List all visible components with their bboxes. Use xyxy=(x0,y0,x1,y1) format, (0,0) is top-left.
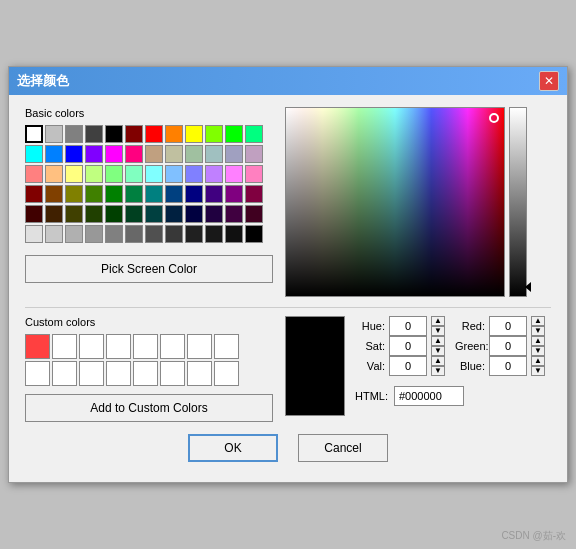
basic-color-cell[interactable] xyxy=(105,185,123,203)
basic-color-cell[interactable] xyxy=(125,225,143,243)
basic-color-cell[interactable] xyxy=(25,125,43,143)
pick-screen-color-button[interactable]: Pick Screen Color xyxy=(25,255,273,283)
basic-color-cell[interactable] xyxy=(225,185,243,203)
basic-color-cell[interactable] xyxy=(125,145,143,163)
val-input[interactable] xyxy=(389,356,427,376)
basic-color-cell[interactable] xyxy=(205,205,223,223)
basic-color-cell[interactable] xyxy=(105,225,123,243)
basic-color-cell[interactable] xyxy=(205,165,223,183)
basic-color-cell[interactable] xyxy=(165,165,183,183)
basic-color-cell[interactable] xyxy=(85,185,103,203)
hue-up[interactable]: ▲ xyxy=(431,316,445,326)
basic-color-cell[interactable] xyxy=(245,145,263,163)
blue-input[interactable] xyxy=(489,356,527,376)
sat-down[interactable]: ▼ xyxy=(431,346,445,356)
basic-color-cell[interactable] xyxy=(185,165,203,183)
basic-color-cell[interactable] xyxy=(85,165,103,183)
sat-input[interactable] xyxy=(389,336,427,356)
custom-color-cell[interactable] xyxy=(187,361,212,386)
basic-color-cell[interactable] xyxy=(45,185,63,203)
custom-color-cell[interactable] xyxy=(214,334,239,359)
basic-color-cell[interactable] xyxy=(225,125,243,143)
basic-color-cell[interactable] xyxy=(245,165,263,183)
basic-color-cell[interactable] xyxy=(165,205,183,223)
basic-color-cell[interactable] xyxy=(85,145,103,163)
add-custom-colors-button[interactable]: Add to Custom Colors xyxy=(25,394,273,422)
custom-color-cell[interactable] xyxy=(214,361,239,386)
green-down[interactable]: ▼ xyxy=(531,346,545,356)
green-up[interactable]: ▲ xyxy=(531,336,545,346)
close-button[interactable]: ✕ xyxy=(539,71,559,91)
red-input[interactable] xyxy=(489,316,527,336)
basic-color-cell[interactable] xyxy=(125,185,143,203)
basic-color-cell[interactable] xyxy=(225,205,243,223)
html-input[interactable] xyxy=(394,386,464,406)
custom-color-cell[interactable] xyxy=(106,334,131,359)
blue-up[interactable]: ▲ xyxy=(531,356,545,366)
basic-color-cell[interactable] xyxy=(205,145,223,163)
basic-color-cell[interactable] xyxy=(145,185,163,203)
custom-color-cell[interactable] xyxy=(52,361,77,386)
basic-color-cell[interactable] xyxy=(165,125,183,143)
green-input[interactable] xyxy=(489,336,527,356)
basic-color-cell[interactable] xyxy=(145,165,163,183)
basic-color-cell[interactable] xyxy=(225,145,243,163)
red-down[interactable]: ▼ xyxy=(531,326,545,336)
basic-color-cell[interactable] xyxy=(185,185,203,203)
basic-color-cell[interactable] xyxy=(145,225,163,243)
basic-color-cell[interactable] xyxy=(225,225,243,243)
ok-button[interactable]: OK xyxy=(188,434,278,462)
color-spectrum[interactable] xyxy=(285,107,505,297)
custom-color-cell[interactable] xyxy=(79,361,104,386)
basic-color-cell[interactable] xyxy=(165,185,183,203)
basic-color-cell[interactable] xyxy=(205,125,223,143)
basic-color-cell[interactable] xyxy=(225,165,243,183)
custom-color-cell[interactable] xyxy=(133,334,158,359)
basic-color-cell[interactable] xyxy=(25,185,43,203)
basic-color-cell[interactable] xyxy=(25,145,43,163)
basic-color-cell[interactable] xyxy=(65,125,83,143)
basic-color-cell[interactable] xyxy=(65,205,83,223)
basic-color-cell[interactable] xyxy=(65,145,83,163)
custom-color-cell[interactable] xyxy=(106,361,131,386)
basic-color-cell[interactable] xyxy=(25,225,43,243)
custom-color-cell[interactable] xyxy=(52,334,77,359)
basic-color-cell[interactable] xyxy=(185,125,203,143)
basic-color-cell[interactable] xyxy=(45,205,63,223)
basic-color-cell[interactable] xyxy=(145,145,163,163)
custom-color-cell[interactable] xyxy=(79,334,104,359)
basic-color-cell[interactable] xyxy=(85,205,103,223)
basic-color-cell[interactable] xyxy=(85,225,103,243)
basic-color-cell[interactable] xyxy=(245,125,263,143)
basic-color-cell[interactable] xyxy=(165,145,183,163)
basic-color-cell[interactable] xyxy=(125,165,143,183)
basic-color-cell[interactable] xyxy=(45,165,63,183)
val-up[interactable]: ▲ xyxy=(431,356,445,366)
custom-color-cell[interactable] xyxy=(25,361,50,386)
custom-color-cell[interactable] xyxy=(160,334,185,359)
basic-color-cell[interactable] xyxy=(25,165,43,183)
basic-color-cell[interactable] xyxy=(65,225,83,243)
basic-color-cell[interactable] xyxy=(165,225,183,243)
basic-color-cell[interactable] xyxy=(85,125,103,143)
basic-color-cell[interactable] xyxy=(145,125,163,143)
basic-color-cell[interactable] xyxy=(205,185,223,203)
custom-color-cell[interactable] xyxy=(133,361,158,386)
basic-color-cell[interactable] xyxy=(185,225,203,243)
hue-down[interactable]: ▼ xyxy=(431,326,445,336)
basic-color-cell[interactable] xyxy=(125,125,143,143)
basic-color-cell[interactable] xyxy=(245,225,263,243)
val-down[interactable]: ▼ xyxy=(431,366,445,376)
basic-color-cell[interactable] xyxy=(45,125,63,143)
blue-down[interactable]: ▼ xyxy=(531,366,545,376)
basic-color-cell[interactable] xyxy=(245,205,263,223)
custom-color-cell[interactable] xyxy=(160,361,185,386)
sat-up[interactable]: ▲ xyxy=(431,336,445,346)
custom-color-cell[interactable] xyxy=(25,334,50,359)
basic-color-cell[interactable] xyxy=(45,145,63,163)
basic-color-cell[interactable] xyxy=(185,145,203,163)
basic-color-cell[interactable] xyxy=(185,205,203,223)
basic-color-cell[interactable] xyxy=(65,185,83,203)
basic-color-cell[interactable] xyxy=(105,125,123,143)
basic-color-cell[interactable] xyxy=(65,165,83,183)
